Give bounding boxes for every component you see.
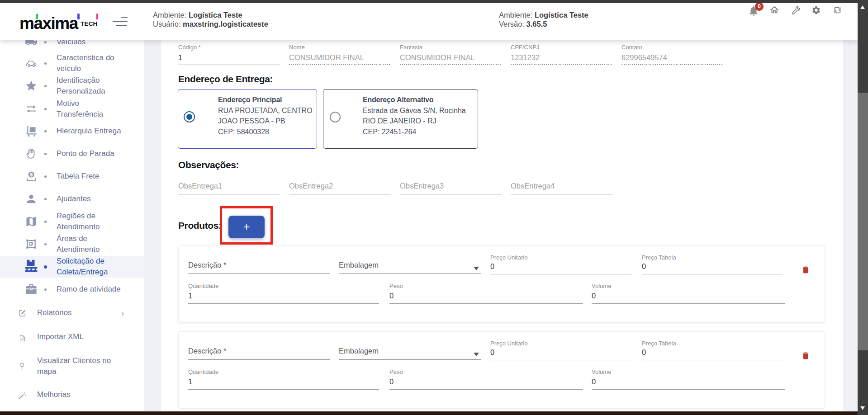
svg-text:$: $ <box>30 172 33 177</box>
